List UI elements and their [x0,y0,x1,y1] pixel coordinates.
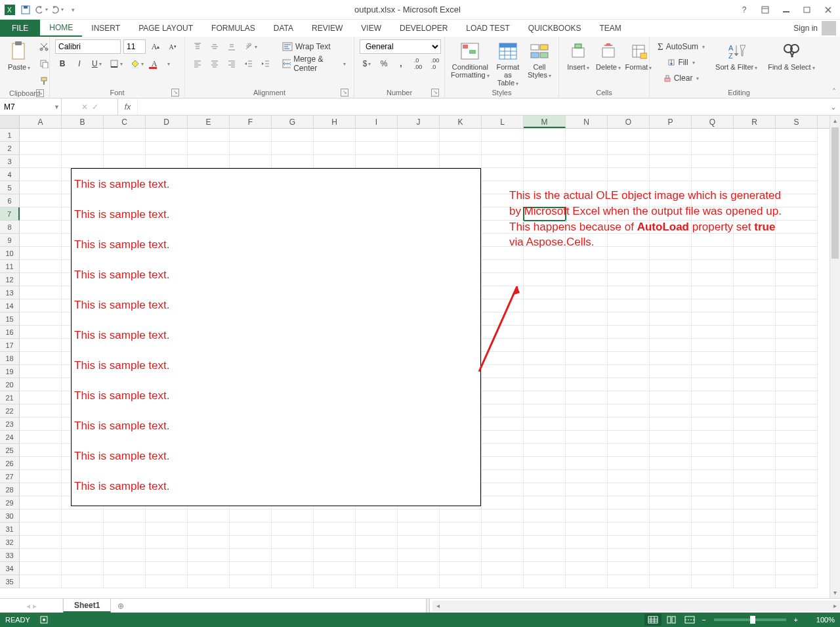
row-header[interactable]: 32 [0,536,20,549]
cell[interactable] [314,536,356,549]
cell[interactable] [650,496,692,509]
cell[interactable] [20,549,62,562]
cell[interactable] [734,378,776,391]
scroll-up-icon[interactable]: ▴ [830,116,840,126]
cell[interactable] [356,523,398,536]
cell[interactable] [20,221,62,234]
cell[interactable] [734,299,776,313]
cell[interactable] [776,260,818,273]
column-header[interactable]: S [776,116,818,128]
cell[interactable] [314,129,356,142]
cell[interactable] [776,470,818,483]
cell[interactable] [692,299,734,313]
cell[interactable] [734,457,776,470]
cell[interactable] [734,431,776,444]
cell[interactable] [230,575,272,588]
cell[interactable] [356,509,398,523]
cell[interactable] [692,365,734,378]
cell[interactable] [776,142,818,155]
cell[interactable] [188,549,230,562]
cell-styles-button[interactable]: Cell Styles [526,39,553,81]
cell[interactable] [692,509,734,523]
zoom-level[interactable]: 100% [806,616,835,624]
cell[interactable] [20,142,62,155]
cell[interactable] [20,536,62,549]
maximize-icon[interactable] [798,3,816,17]
ribbon-tab-team[interactable]: TEAM [591,20,631,37]
cell[interactable] [524,562,566,575]
cell[interactable] [188,155,230,168]
tab-split-handle[interactable] [426,599,430,613]
cell[interactable] [104,549,146,562]
fill-color-button[interactable] [128,56,146,71]
cell[interactable] [482,496,524,509]
cell[interactable] [608,142,650,155]
cell[interactable] [482,562,524,575]
cell[interactable] [20,391,62,404]
cell[interactable] [146,523,188,536]
cell[interactable] [608,562,650,575]
cell[interactable] [608,326,650,339]
ribbon-tab-home[interactable]: HOME [40,20,82,37]
cell[interactable] [482,404,524,418]
sheet-nav-prev-icon[interactable]: ◂ [26,601,30,611]
cell[interactable] [62,575,104,588]
cell[interactable] [524,483,566,496]
cell[interactable] [734,536,776,549]
row-header[interactable]: 6 [0,194,20,207]
cell[interactable] [524,155,566,168]
cell[interactable] [482,365,524,378]
cell[interactable] [20,260,62,273]
cell[interactable] [230,142,272,155]
cell[interactable] [188,536,230,549]
cell[interactable] [398,575,440,588]
cell[interactable] [734,286,776,299]
cell[interactable] [566,286,608,299]
cell[interactable] [650,168,692,181]
increase-font-icon[interactable]: A▴ [148,39,163,54]
cell[interactable] [608,299,650,313]
cell[interactable] [608,470,650,483]
cell[interactable] [566,470,608,483]
cell[interactable] [566,483,608,496]
cell[interactable] [524,418,566,431]
cell[interactable] [692,326,734,339]
cell[interactable] [650,444,692,457]
cell[interactable] [524,444,566,457]
cell[interactable] [20,339,62,352]
row-header[interactable]: 26 [0,457,20,470]
cell[interactable] [314,575,356,588]
cell[interactable] [734,326,776,339]
cell[interactable] [314,142,356,155]
cell[interactable] [482,286,524,299]
align-left-icon[interactable] [190,56,205,71]
cell[interactable] [398,509,440,523]
cell[interactable] [440,155,482,168]
vertical-scrollbar[interactable]: ▴ ▾ [830,116,840,598]
row-header[interactable]: 30 [0,509,20,523]
cell[interactable] [566,339,608,352]
cell[interactable] [20,247,62,260]
scroll-down-icon[interactable]: ▾ [830,588,840,598]
cell[interactable] [692,562,734,575]
cell[interactable] [104,509,146,523]
cell[interactable] [692,431,734,444]
cell[interactable] [62,129,104,142]
cell[interactable] [608,129,650,142]
row-header[interactable]: 28 [0,483,20,496]
cell[interactable] [482,391,524,404]
cell[interactable] [230,155,272,168]
cell[interactable] [608,483,650,496]
cell[interactable] [440,509,482,523]
cell[interactable] [272,155,314,168]
column-header[interactable]: C [104,116,146,128]
zoom-slider[interactable] [714,618,786,621]
ribbon-tab-data[interactable]: DATA [264,20,303,37]
cell[interactable] [482,536,524,549]
cell[interactable] [230,509,272,523]
cell[interactable] [524,431,566,444]
font-dialog-launcher[interactable]: ↘ [171,89,179,97]
cell[interactable] [608,404,650,418]
cell[interactable] [692,273,734,286]
row-header[interactable]: 23 [0,418,20,431]
